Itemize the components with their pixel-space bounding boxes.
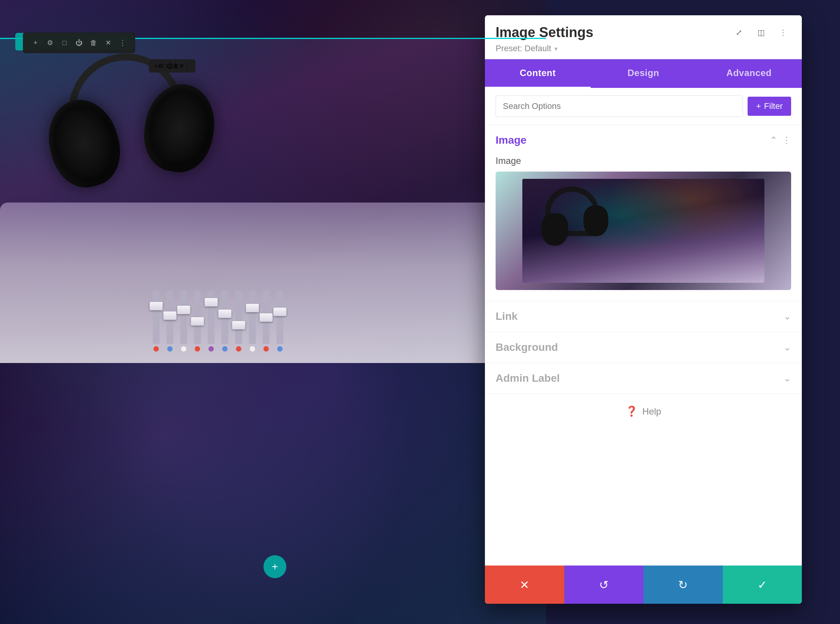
module1-delete-button[interactable]: 🗑	[86, 36, 101, 50]
fader-unit	[276, 290, 283, 352]
module1-settings-button[interactable]: ⚙	[43, 36, 57, 50]
section-link-header[interactable]: Link ⌄	[485, 301, 802, 332]
fader-handle[interactable]	[191, 317, 204, 326]
module1-more-button[interactable]: ⋮	[115, 36, 130, 50]
undo-button[interactable]: ↺	[564, 566, 644, 604]
section-link-actions: ⌄	[783, 311, 791, 322]
fader-dot	[277, 346, 283, 352]
tab-design[interactable]: Design	[591, 59, 696, 88]
section-image-actions: ⌃ ⋮	[770, 135, 791, 146]
module2-close-button[interactable]: ✕	[179, 62, 184, 70]
filter-button[interactable]: + Filter	[748, 97, 791, 116]
filter-label: Filter	[764, 101, 783, 111]
section-image-menu-icon[interactable]: ⋮	[782, 135, 791, 146]
preset-chevron-icon: ▾	[554, 45, 557, 52]
fader-track	[276, 290, 283, 344]
fader-handle[interactable]	[205, 298, 218, 306]
add-row-button[interactable]: +	[263, 555, 286, 578]
fader-handle[interactable]	[163, 311, 176, 320]
section-image-title: Image	[496, 134, 527, 146]
section-admin-label-expand-icon[interactable]: ⌄	[783, 373, 791, 384]
save-icon: ✓	[758, 578, 767, 592]
fader-dot	[263, 346, 269, 352]
fader-track	[166, 290, 173, 344]
help-icon: ❓	[625, 405, 638, 417]
section-image-header[interactable]: Image ⌃ ⋮	[485, 125, 802, 156]
module2-add-button[interactable]: +	[154, 63, 158, 70]
module2-settings-button[interactable]: ⚙	[158, 62, 163, 70]
fader-unit	[235, 290, 242, 352]
tab-content[interactable]: Content	[485, 59, 591, 88]
more-icon-button[interactable]: ⋮	[775, 24, 791, 41]
cancel-button[interactable]: ✕	[485, 566, 564, 604]
settings-panel: Image Settings ⤢ ◫ ⋮ Preset: Default ▾ C…	[485, 15, 802, 604]
module2-power-button[interactable]: ⏻	[167, 63, 173, 70]
canvas-image-block	[0, 38, 546, 363]
image-field-label: Image	[496, 156, 791, 166]
section-admin-label-title: Admin Label	[496, 372, 560, 384]
image-preview[interactable]	[496, 172, 791, 290]
section-link-title: Link	[496, 310, 518, 323]
fader-handle[interactable]	[273, 308, 286, 316]
module-toolbar-2[interactable]: + ⚙ □ ⏻ 🗑 ✕ ⋮	[149, 59, 195, 73]
expand-icon: ⤢	[736, 28, 742, 37]
fader-dot	[236, 346, 241, 352]
help-section: ❓ Help	[485, 394, 802, 429]
fader-unit	[263, 290, 270, 352]
fader-unit	[208, 290, 215, 352]
module-toolbar-1[interactable]: + ⚙ □ ⏻ 🗑 ✕ ⋮	[23, 32, 135, 53]
module2-duplicate-button[interactable]: □	[163, 63, 167, 70]
fader-track	[208, 290, 215, 344]
save-button[interactable]: ✓	[723, 566, 802, 604]
module1-close-button[interactable]: ✕	[101, 36, 115, 50]
fader-handle[interactable]	[177, 306, 190, 314]
tab-advanced[interactable]: Advanced	[696, 59, 802, 88]
fader-dot	[153, 346, 159, 352]
fader-handle[interactable]	[232, 321, 245, 329]
fader-track	[180, 290, 187, 344]
fader-track	[153, 290, 160, 344]
fader-dot	[222, 346, 228, 352]
section-link-expand-icon[interactable]: ⌄	[783, 311, 791, 322]
fader-unit	[221, 290, 228, 352]
fader-handle[interactable]	[260, 313, 273, 322]
section-admin-label-actions: ⌄	[783, 373, 791, 384]
fader-handle[interactable]	[150, 302, 163, 310]
panel-footer: ✕ ↺ ↻ ✓	[485, 566, 802, 604]
section-background-header[interactable]: Background ⌄	[485, 332, 802, 363]
fader-handle[interactable]	[246, 304, 259, 312]
panel-tabs: Content Design Advanced	[485, 59, 802, 88]
section-background-actions: ⌄	[783, 342, 791, 353]
section-admin-label-header[interactable]: Admin Label ⌄	[485, 363, 802, 394]
image-preview-inner	[522, 179, 765, 283]
fader-handle[interactable]	[218, 310, 231, 318]
module1-power-button[interactable]: ⏻	[72, 36, 86, 50]
module2-delete-button[interactable]: 🗑	[173, 63, 179, 70]
image-section-content: Image	[485, 156, 802, 301]
columns-icon-button[interactable]: ◫	[753, 24, 769, 41]
preset-row[interactable]: Preset: Default ▾	[496, 44, 791, 59]
module2-more-button[interactable]: ⋮	[184, 62, 190, 70]
search-input-wrap	[496, 96, 743, 117]
redo-icon: ↻	[678, 578, 688, 592]
fader-track	[221, 290, 228, 344]
fader-unit	[153, 290, 160, 352]
module1-duplicate-button[interactable]: □	[57, 36, 72, 50]
module1-add-button[interactable]: +	[28, 36, 43, 50]
panel-header: Image Settings ⤢ ◫ ⋮ Preset: Default ▾	[485, 15, 802, 59]
redo-button[interactable]: ↻	[643, 566, 723, 604]
help-label[interactable]: Help	[642, 406, 661, 417]
preview-headphone-cup-right	[583, 206, 608, 236]
cancel-icon: ✕	[520, 578, 529, 592]
section-image-collapse-icon[interactable]: ⌃	[770, 135, 777, 146]
fader-unit	[249, 290, 256, 352]
panel-content: Image ⌃ ⋮ Image	[485, 125, 802, 566]
search-input[interactable]	[496, 96, 743, 117]
section-background-expand-icon[interactable]: ⌄	[783, 342, 791, 353]
section-image: Image ⌃ ⋮ Image	[485, 125, 802, 301]
fader-track	[235, 290, 242, 344]
undo-icon: ↺	[599, 578, 609, 592]
columns-icon: ◫	[758, 28, 765, 37]
expand-icon-button[interactable]: ⤢	[731, 24, 747, 41]
fader-track	[249, 290, 256, 344]
